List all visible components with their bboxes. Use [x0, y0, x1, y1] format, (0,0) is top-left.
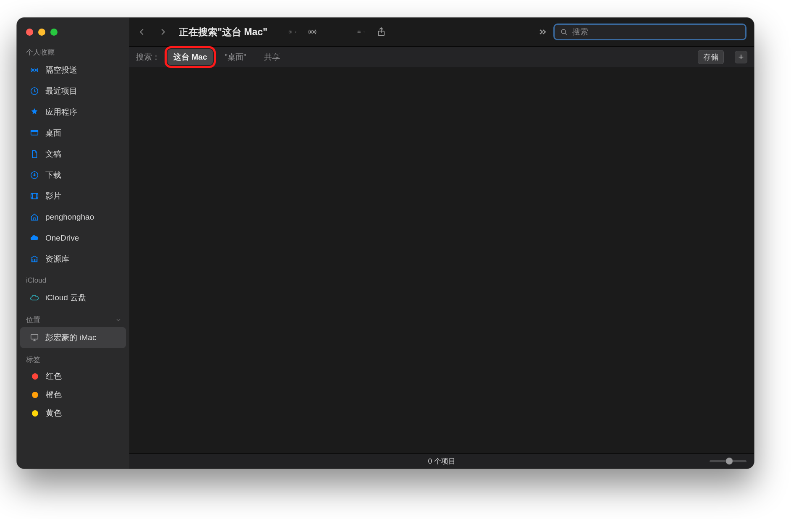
sidebar-item[interactable]: penghonghao [20, 207, 126, 228]
svg-rect-17 [360, 32, 360, 33]
group-by-button[interactable] [357, 29, 366, 35]
svg-rect-5 [31, 194, 38, 199]
sidebar-section-label: 标签 [26, 355, 40, 364]
chevron-down-icon[interactable] [115, 317, 122, 323]
sidebar-item-label: 下载 [45, 170, 61, 181]
sidebar-section-tags: 标签 [17, 352, 129, 367]
sidebar-item-label: 桌面 [45, 128, 61, 139]
svg-rect-13 [359, 31, 359, 31]
sidebar-section-icloud: iCloud [17, 274, 129, 287]
downloads-icon [29, 170, 39, 180]
sidebar-item-label: 文稿 [45, 149, 61, 160]
forward-button[interactable] [155, 24, 171, 40]
movies-icon [29, 191, 39, 201]
tag-color-dot [32, 373, 38, 380]
window-title: 正在搜索"这台 Mac" [179, 26, 267, 39]
sidebar-section-label: iCloud [26, 276, 46, 285]
results-area [129, 68, 754, 453]
sidebar-item-label: OneDrive [45, 233, 79, 243]
icloud-icon [29, 293, 39, 303]
sidebar-item[interactable]: 彭宏豪的 iMac [20, 327, 126, 348]
tag-color-dot [32, 410, 38, 417]
svg-rect-15 [358, 32, 359, 33]
sidebar-item-label: iCloud 云盘 [45, 292, 86, 303]
sidebar-item-label: 资源库 [45, 254, 69, 265]
icon-size-slider[interactable] [710, 460, 747, 462]
sidebar-item-label: 红色 [46, 371, 62, 382]
sidebar-item[interactable]: OneDrive [20, 228, 126, 249]
tag-color-dot [32, 392, 38, 398]
svg-rect-9 [289, 32, 290, 33]
svg-rect-7 [289, 31, 290, 31]
window-controls [17, 24, 129, 45]
sidebar-item[interactable]: 桌面 [20, 123, 126, 144]
airdrop-icon[interactable] [305, 25, 320, 39]
sidebar-tag[interactable]: 红色 [20, 367, 126, 385]
sidebar-item-label: 黄色 [46, 408, 62, 419]
onedrive-icon [29, 233, 39, 243]
search-input[interactable] [572, 27, 740, 37]
svg-rect-6 [31, 335, 38, 339]
sidebar-tag[interactable]: 黄色 [20, 404, 126, 422]
sidebar-section-label: 个人收藏 [26, 47, 55, 57]
search-field-wrap[interactable] [553, 24, 747, 40]
sidebar-item[interactable]: 隔空投送 [20, 60, 126, 81]
minimize-window-button[interactable] [38, 29, 45, 36]
svg-rect-10 [290, 32, 291, 33]
documents-icon [29, 149, 39, 159]
zoom-window-button[interactable] [50, 29, 58, 36]
sidebar-item-label: 橙色 [46, 389, 62, 400]
sidebar-item[interactable]: 资源库 [20, 249, 126, 270]
status-bar: 0 个项目 [129, 453, 754, 469]
sidebar-item-label: penghonghao [45, 212, 94, 222]
sidebar-section-locations[interactable]: 位置 [17, 312, 129, 327]
svg-point-19 [561, 29, 566, 34]
search-icon [560, 28, 568, 36]
clock-icon [29, 86, 39, 96]
scope-option[interactable]: "桌面" [219, 49, 252, 65]
sidebar-item[interactable]: iCloud 云盘 [20, 287, 126, 308]
imac-icon [29, 333, 39, 343]
sidebar-item-label: 隔空投送 [45, 65, 77, 76]
sidebar-section-favorites: 个人收藏 [17, 45, 129, 60]
sidebar-item-label: 影片 [45, 191, 61, 202]
toolbar: 正在搜索"这台 Mac" [129, 18, 754, 46]
apps-icon [29, 107, 39, 117]
main-area: 正在搜索"这台 Mac" [129, 18, 754, 469]
add-criteria-button[interactable]: + [735, 51, 747, 63]
sidebar: 个人收藏 隔空投送最近项目应用程序桌面文稿下载影片penghonghaoOneD… [17, 18, 129, 469]
scope-option[interactable]: 这台 Mac [168, 49, 213, 65]
sidebar-item[interactable]: 下载 [20, 165, 126, 186]
sidebar-item[interactable]: 最近项目 [20, 81, 126, 102]
svg-rect-14 [360, 31, 360, 31]
sidebar-tag[interactable]: 橙色 [20, 385, 126, 404]
sidebar-item[interactable]: 应用程序 [20, 102, 126, 123]
close-window-button[interactable] [26, 29, 33, 36]
svg-rect-16 [359, 32, 359, 33]
sidebar-item[interactable]: 文稿 [20, 144, 126, 165]
scope-label: 搜索： [136, 52, 160, 63]
svg-point-11 [311, 31, 314, 33]
view-switcher[interactable] [288, 28, 297, 36]
item-count: 0 个项目 [428, 456, 455, 466]
sidebar-item[interactable]: 影片 [20, 186, 126, 207]
scope-option[interactable]: 共享 [258, 49, 286, 65]
svg-rect-8 [290, 31, 291, 31]
svg-rect-3 [31, 131, 38, 132]
library-icon [29, 254, 39, 264]
more-icon[interactable] [535, 25, 549, 39]
svg-point-0 [33, 69, 36, 71]
finder-window: 个人收藏 隔空投送最近项目应用程序桌面文稿下载影片penghonghaoOneD… [17, 18, 754, 469]
search-scope-bar: 搜索： 这台 Mac"桌面"共享 存储 + [129, 46, 754, 68]
share-icon[interactable] [374, 25, 388, 39]
sidebar-item-label: 彭宏豪的 iMac [45, 332, 96, 343]
sidebar-section-label: 位置 [26, 315, 40, 325]
airdrop-icon [29, 65, 39, 75]
back-button[interactable] [134, 24, 150, 40]
sidebar-item-label: 最近项目 [45, 86, 77, 97]
desktop-icon [29, 128, 39, 138]
save-search-button[interactable]: 存储 [698, 50, 724, 64]
sidebar-item-label: 应用程序 [45, 107, 77, 118]
home-icon [29, 212, 39, 222]
svg-rect-12 [358, 31, 359, 31]
